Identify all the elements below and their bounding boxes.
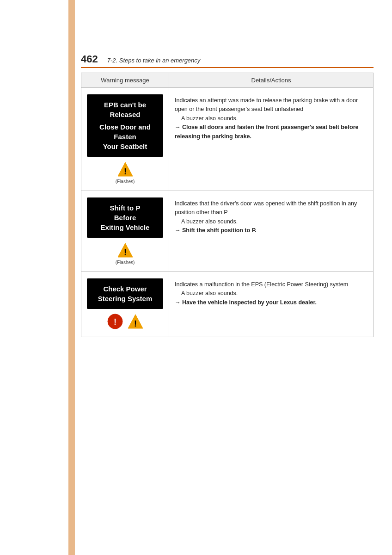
details-action-epb: → Close all doors and fasten the front p… xyxy=(175,124,359,139)
warning-line4: Fasten xyxy=(92,132,159,142)
details-main-shift: Indicates that the driver's door was ope… xyxy=(175,200,357,216)
warning-message-cell: EPB can't be Released Close Door and Fas… xyxy=(81,88,169,191)
table-row: Check Power Steering System ! ! xyxy=(81,272,374,337)
details-text-shift: Indicates that the driver's door was ope… xyxy=(175,199,368,235)
warning-display-eps: Check Power Steering System xyxy=(87,278,163,309)
svg-text:!: ! xyxy=(124,248,127,257)
circle-exclaim-icon-eps: ! xyxy=(106,313,124,330)
warning-triangle-icon-eps: ! xyxy=(127,313,144,330)
warning-table: Warning message Details/Actions EPB can'… xyxy=(81,73,374,337)
col1-header: Warning message xyxy=(81,73,169,88)
details-main-epb: Indicates an attempt was made to release… xyxy=(175,97,358,112)
svg-text:!: ! xyxy=(134,319,137,328)
warning-line5: Your Seatbelt xyxy=(92,142,159,151)
warning-triangle-icon-shift: ! xyxy=(116,241,134,259)
details-main-eps: Indicates a malfunction in the EPS (Elec… xyxy=(175,281,348,288)
eps-icon-row: ! ! xyxy=(87,313,163,330)
warning-line2: Released xyxy=(92,110,159,119)
flashes-label-epb: (Flashes) xyxy=(87,179,163,184)
details-cell-epb: Indicates an attempt was made to release… xyxy=(169,88,374,191)
flashes-label-shift: (Flashes) xyxy=(87,260,163,265)
table-row: Shift to P Before Exiting Vehicle ! (Fla… xyxy=(81,191,374,272)
shift-line3: Exiting Vehicle xyxy=(92,222,159,232)
page-header: 462 7-2. Steps to take in an emergency xyxy=(81,53,374,68)
table-row: EPB can't be Released Close Door and Fas… xyxy=(81,88,374,191)
eps-line1: Check Power xyxy=(92,284,159,294)
epb-icon-row: ! xyxy=(87,160,163,178)
details-action-shift: → Shift the shift position to P. xyxy=(175,227,257,234)
warning-message-cell-eps: Check Power Steering System ! ! xyxy=(81,272,169,337)
warning-display-epb: EPB can't be Released Close Door and Fas… xyxy=(87,94,163,157)
sidebar-accent xyxy=(68,0,75,555)
details-cell-shift: Indicates that the driver's door was ope… xyxy=(169,191,374,272)
page-section-title: 7-2. Steps to take in an emergency xyxy=(107,57,201,64)
warning-message-cell-shift: Shift to P Before Exiting Vehicle ! (Fla… xyxy=(81,191,169,272)
eps-line2: Steering System xyxy=(92,294,159,303)
page-number: 462 xyxy=(81,53,98,65)
warning-display-shift: Shift to P Before Exiting Vehicle xyxy=(87,197,163,238)
details-buzzer-epb: A buzzer also sounds. xyxy=(175,115,238,122)
details-text-epb: Indicates an attempt was made to release… xyxy=(175,96,368,141)
page-content: 462 7-2. Steps to take in an emergency W… xyxy=(81,53,374,337)
shift-icon-row: ! xyxy=(87,241,163,259)
warning-line1: EPB can't be xyxy=(92,100,159,110)
details-action-eps: → Have the vehicle inspected by your Lex… xyxy=(175,299,317,306)
col2-header: Details/Actions xyxy=(169,73,374,88)
details-text-eps: Indicates a malfunction in the EPS (Elec… xyxy=(175,280,368,307)
details-cell-eps: Indicates a malfunction in the EPS (Elec… xyxy=(169,272,374,337)
warning-line3: Close Door and xyxy=(92,122,159,132)
shift-line1: Shift to P xyxy=(92,203,159,213)
shift-line2: Before xyxy=(92,213,159,222)
details-buzzer-shift: A buzzer also sounds. xyxy=(175,218,238,225)
details-buzzer-eps: A buzzer also sounds. xyxy=(175,290,238,296)
svg-text:!: ! xyxy=(124,167,127,176)
warning-triangle-icon: ! xyxy=(116,160,134,178)
svg-text:!: ! xyxy=(114,317,116,327)
